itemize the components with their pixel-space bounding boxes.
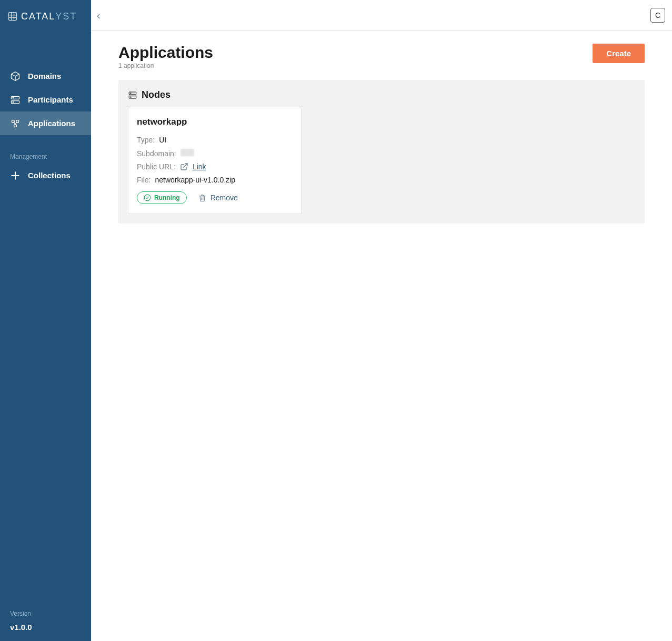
version-label: Version [10,610,91,617]
card-title: networkapp [137,117,293,127]
main: C Applications 1 application Create Node… [91,0,672,641]
apps-icon [10,118,21,129]
svg-point-13 [144,195,151,201]
user-initial: C [655,11,660,19]
publicurl-label: Public URL: [137,162,176,171]
file-label: File: [137,176,151,184]
trash-icon [198,194,206,202]
create-button[interactable]: Create [593,44,645,63]
brand-text: CATALYST [21,11,77,22]
type-value: UI [159,136,166,144]
topbar: C [91,0,672,31]
sidebar-item-collections[interactable]: Collections [0,164,91,187]
section-label-management: Management [0,144,91,164]
remove-text: Remove [210,194,238,202]
svg-line-12 [184,164,187,167]
sidebar: CATALYST Domains Participants [0,0,91,641]
publicurl-link[interactable]: Link [193,162,206,171]
svg-point-10 [131,93,131,93]
svg-point-4 [13,101,13,102]
row-publicurl: Public URL: Link [137,162,293,171]
subdomain-value [180,149,194,158]
brand[interactable]: CATALYST [7,11,77,22]
sidebar-item-label: Applications [28,119,75,128]
type-label: Type: [137,136,155,144]
page-title: Applications [118,44,213,61]
sidebar-item-domains[interactable]: Domains [0,64,91,88]
row-file: File: networkapp-ui-v1.0.0.zip [137,176,293,184]
status-pill: Running [137,191,187,204]
sidebar-item-label: Collections [28,171,71,180]
application-card: networkapp Type: UI Subdomain: Public UR… [128,108,302,214]
card-actions: Running Remove [137,191,293,204]
nodes-group: Nodes networkapp Type: UI Subdomain: Pub… [118,80,645,223]
management-list: Collections [0,164,91,187]
group-title: Nodes [142,89,170,100]
cube-icon [10,71,21,82]
sidebar-footer: Version v1.0.0 [0,610,91,641]
svg-point-11 [131,97,131,97]
status-text: Running [154,194,180,201]
collapse-sidebar-icon[interactable] [95,13,102,22]
check-circle-icon [144,194,151,201]
servers-icon [10,95,21,105]
servers-icon [128,90,137,100]
sidebar-item-applications[interactable]: Applications [0,111,91,135]
brand-icon [7,11,18,22]
file-value: networkapp-ui-v1.0.0.zip [155,176,235,184]
sidebar-item-participants[interactable]: Participants [0,88,91,111]
page-subtitle: 1 application [118,62,213,69]
row-subdomain: Subdomain: [137,149,293,158]
sidebar-header: CATALYST [0,0,91,33]
sidebar-item-label: Domains [28,72,61,80]
user-badge[interactable]: C [650,8,665,23]
external-link-icon [180,162,188,171]
version-value: v1.0.0 [10,623,91,632]
svg-rect-0 [9,13,17,21]
row-type: Type: UI [137,136,293,144]
sidebar-item-label: Participants [28,95,73,104]
redacted-value [180,149,194,156]
group-header: Nodes [128,89,635,100]
page-header: Applications 1 application Create [118,44,645,69]
svg-point-3 [13,97,13,98]
subdomain-label: Subdomain: [137,149,176,158]
content: Applications 1 application Create Nodes … [91,31,672,236]
remove-button[interactable]: Remove [198,194,238,202]
nav-list: Domains Participants Applications [0,64,91,135]
svg-point-7 [14,124,17,127]
plus-icon [10,170,21,181]
